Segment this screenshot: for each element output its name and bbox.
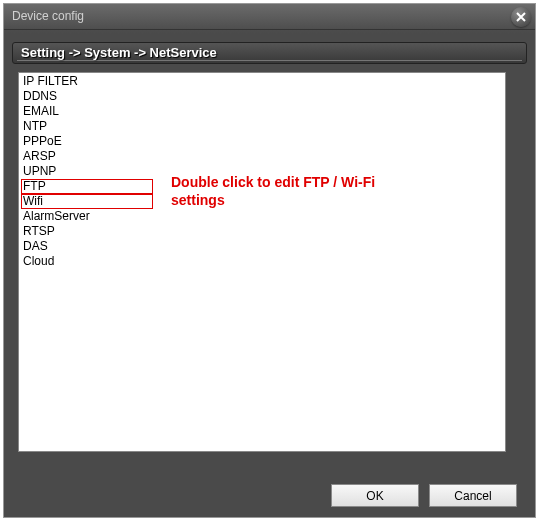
list-item[interactable]: DDNS [19, 89, 505, 104]
list-item[interactable]: NTP [19, 119, 505, 134]
close-button[interactable] [511, 7, 531, 27]
annotation-text: Double click to edit FTP / Wi-Fi setting… [171, 173, 411, 209]
button-row: OK Cancel [331, 484, 517, 507]
device-config-window: Device config Setting -> System -> NetSe… [3, 3, 536, 518]
list-item[interactable]: Cloud [19, 254, 505, 269]
close-icon [516, 12, 526, 22]
list-item[interactable]: IP FILTER [19, 74, 505, 89]
list-item[interactable]: EMAIL [19, 104, 505, 119]
list-item[interactable]: ARSP [19, 149, 505, 164]
ok-button[interactable]: OK [331, 484, 419, 507]
breadcrumb: Setting -> System -> NetService [12, 42, 527, 64]
netservice-listbox[interactable]: IP FILTER DDNS EMAIL NTP PPPoE ARSP UPNP… [18, 72, 506, 452]
list-item[interactable]: RTSP [19, 224, 505, 239]
titlebar: Device config [4, 4, 535, 30]
breadcrumb-text: Setting -> System -> NetService [21, 45, 217, 60]
list-item[interactable]: PPPoE [19, 134, 505, 149]
content-area: IP FILTER DDNS EMAIL NTP PPPoE ARSP UPNP… [14, 72, 525, 458]
list-item[interactable]: AlarmServer [19, 209, 505, 224]
list-item[interactable]: DAS [19, 239, 505, 254]
cancel-button[interactable]: Cancel [429, 484, 517, 507]
window-title: Device config [12, 9, 84, 23]
